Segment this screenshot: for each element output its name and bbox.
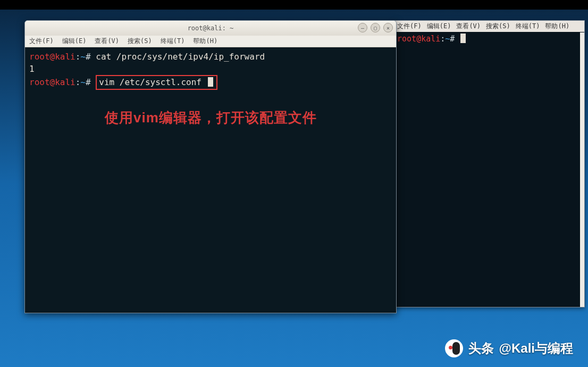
prompt-host: kali xyxy=(421,34,440,44)
prompt-at: @ xyxy=(416,34,421,44)
menu-term[interactable]: 终端(T) xyxy=(516,22,540,31)
minimize-button[interactable]: – xyxy=(358,23,367,32)
prompt-at: @ xyxy=(50,77,55,87)
command-2: vim /etc/sysctl.conf xyxy=(99,77,201,87)
terminal-window-front[interactable]: root@kali: ~ – ▢ ✕ 文件(F) 编辑(E) 查看(V) 搜索(… xyxy=(24,20,397,313)
prompt-symbol: # xyxy=(450,34,455,44)
cursor-icon xyxy=(460,34,466,43)
menu-file[interactable]: 文件(F) xyxy=(397,22,422,31)
menu-file[interactable]: 文件(F) xyxy=(29,37,54,46)
maximize-button[interactable]: ▢ xyxy=(371,23,380,32)
menu-edit[interactable]: 编辑(E) xyxy=(427,22,451,31)
menu-view[interactable]: 查看(V) xyxy=(456,22,481,31)
prompt-symbol: # xyxy=(86,52,91,62)
menu-term[interactable]: 终端(T) xyxy=(161,37,185,46)
output-1: 1 xyxy=(29,63,392,75)
prompt-sep: : xyxy=(440,34,445,44)
menu-edit[interactable]: 编辑(E) xyxy=(62,37,87,46)
prompt-host: kali xyxy=(55,77,75,87)
terminal-line-1: root@kali:~# cat /proc/sys/net/ipv4/ip_f… xyxy=(29,51,392,63)
scrollbar[interactable] xyxy=(580,32,584,307)
menu-search[interactable]: 搜索(S) xyxy=(486,22,510,31)
toutiao-logo-icon xyxy=(445,339,463,357)
titlebar[interactable]: root@kali: ~ – ▢ ✕ xyxy=(25,21,396,36)
prompt-at: @ xyxy=(50,52,55,62)
prompt-sep: : xyxy=(75,52,81,62)
terminal-front-body[interactable]: root@kali:~# cat /proc/sys/net/ipv4/ip_f… xyxy=(25,47,396,313)
prompt-path: ~ xyxy=(80,52,86,62)
terminal-window-back[interactable]: 文件(F) 编辑(E) 查看(V) 搜索(S) 终端(T) 帮助(H) root… xyxy=(393,20,585,307)
prompt-sep: : xyxy=(75,77,81,87)
window-controls: – ▢ ✕ xyxy=(358,23,393,32)
highlight-box: vim /etc/sysctl.conf xyxy=(96,75,217,89)
prompt-path: ~ xyxy=(445,34,450,44)
terminal-back-body[interactable]: root@kali:~# xyxy=(394,32,584,46)
menubar-back: 文件(F) 编辑(E) 查看(V) 搜索(S) 终端(T) 帮助(H) xyxy=(394,21,584,32)
menu-search[interactable]: 搜索(S) xyxy=(128,37,152,46)
prompt-symbol: # xyxy=(86,77,91,87)
watermark-handle: @Kali与编程 xyxy=(499,340,573,357)
annotation-text: 使用vim编辑器，打开该配置文件 xyxy=(105,108,317,128)
cursor-icon xyxy=(208,77,213,87)
close-button[interactable]: ✕ xyxy=(383,23,393,32)
menu-help[interactable]: 帮助(H) xyxy=(193,37,217,46)
menu-help[interactable]: 帮助(H) xyxy=(545,22,569,31)
prompt-host: kali xyxy=(55,52,75,62)
command-1: cat /proc/sys/net/ipv4/ip_forward xyxy=(96,52,265,62)
desktop-top-panel xyxy=(0,0,588,10)
menubar-front: 文件(F) 编辑(E) 查看(V) 搜索(S) 终端(T) 帮助(H) xyxy=(25,36,396,47)
terminal-line-2: root@kali:~# vim /etc/sysctl.conf xyxy=(29,75,392,89)
prompt-user: root xyxy=(397,34,416,44)
menu-view[interactable]: 查看(V) xyxy=(95,37,119,46)
prompt-user: root xyxy=(29,77,50,87)
prompt-path: ~ xyxy=(80,77,86,87)
window-title: root@kali: ~ xyxy=(188,24,234,32)
watermark-label: 头条 xyxy=(468,340,494,357)
watermark: 头条 @Kali与编程 xyxy=(445,339,573,357)
prompt-user: root xyxy=(29,52,50,62)
